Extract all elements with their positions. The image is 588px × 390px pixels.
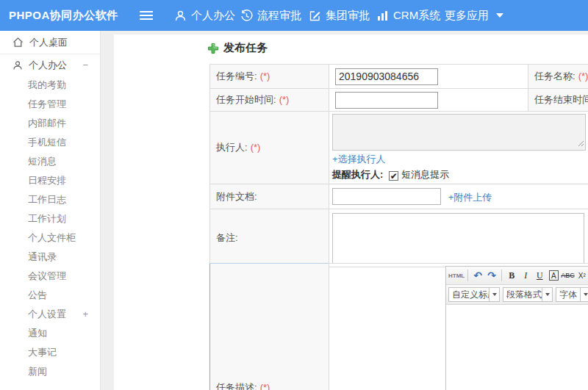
- end-time-label-cell: 任务结束时间:(*): [528, 89, 588, 112]
- nav-label: 更多应用: [445, 0, 489, 31]
- sidebar-item-major-events[interactable]: 大事记: [0, 343, 100, 362]
- required-mark: (*): [260, 71, 270, 82]
- nav-label: 个人办公: [191, 0, 235, 31]
- sidebar-item-contacts[interactable]: 通讯录: [0, 248, 100, 267]
- task-number-label-cell: 任务编号:(*): [210, 65, 329, 89]
- sidebar-toggle-button[interactable]: [140, 0, 153, 31]
- sidebar-menu: 我的考勤 任务管理 内部邮件 手机短信 短消息 日程安排 工作日志 工作计划 个…: [0, 76, 100, 381]
- sidebar-item-announcement[interactable]: 公告: [0, 286, 100, 305]
- top-navigation-bar: PHPOA协同办公软件 个人办公 流程审批 集团审批: [0, 0, 588, 31]
- html-source-button[interactable]: HTML: [448, 269, 465, 283]
- nav-group-approval[interactable]: 集团审批: [309, 0, 370, 31]
- attachment-upload-link[interactable]: +附件上传: [448, 192, 492, 203]
- main-content-panel: 发布任务 任务编号:(*) 任务名称:(*) 任务开始时间:(*): [114, 35, 588, 390]
- sidebar-item-attendance[interactable]: 我的考勤: [0, 76, 100, 95]
- undo-button[interactable]: ↶: [471, 269, 484, 283]
- resize-handle[interactable]: [578, 138, 584, 149]
- sidebar-item-work-plan[interactable]: 工作计划: [0, 209, 100, 228]
- required-mark: (*): [251, 142, 261, 153]
- edit-icon: [309, 10, 321, 22]
- nav-label: CRM系统: [393, 0, 440, 31]
- caret-down-icon: [496, 13, 503, 18]
- table-row: 附件文档: +附件上传: [210, 184, 588, 209]
- nav-label: 流程审批: [257, 0, 301, 31]
- task-number-input[interactable]: [335, 68, 438, 85]
- required-mark: (*): [279, 94, 290, 105]
- table-row: 备注:: [210, 209, 588, 267]
- font-family-select[interactable]: 字体: [556, 287, 588, 302]
- page-title: 发布任务: [207, 41, 268, 55]
- description-label-cell: 任务描述:(*): [210, 264, 329, 390]
- table-row: 任务开始时间:(*) 任务结束时间:(*): [210, 89, 588, 112]
- sms-remind-checkbox[interactable]: ✔: [389, 171, 398, 181]
- select-executor-link[interactable]: +选择执行人: [332, 154, 386, 165]
- user-icon: [174, 10, 187, 22]
- nav-workflow-approval[interactable]: 流程审批: [240, 0, 301, 31]
- editor-content-area[interactable]: [446, 305, 588, 390]
- editor-toolbar-row-2: 自定义标题 段落格式 字体 字号: [446, 285, 588, 305]
- underline-button[interactable]: U: [533, 269, 546, 283]
- sidebar: 个人桌面 个人办公 − 我的考勤 任务管理 内部邮件 手机短信 短消息 日程安排…: [0, 31, 101, 390]
- nav-more-apps[interactable]: 更多应用: [445, 0, 503, 31]
- redo-button[interactable]: ↷: [485, 269, 498, 283]
- caret-down-icon: [542, 288, 552, 301]
- start-time-input[interactable]: [335, 92, 438, 109]
- user-icon: [12, 60, 23, 71]
- rich-text-editor: HTML ↶ ↷ B I U A ABC X² X₂: [445, 266, 588, 390]
- sidebar-section-personal-office[interactable]: 个人办公 −: [0, 54, 100, 76]
- required-mark: (*): [578, 71, 588, 82]
- app-logo: PHPOA协同办公软件: [9, 0, 118, 31]
- hamburger-icon: [140, 9, 153, 22]
- strikethrough-button[interactable]: ABC: [561, 269, 575, 283]
- remark-textarea[interactable]: [332, 213, 584, 264]
- bar-chart-icon: [376, 10, 389, 22]
- executor-textarea[interactable]: [332, 114, 586, 151]
- caret-down-icon: [489, 288, 499, 301]
- sidebar-item-notice[interactable]: 通知: [0, 324, 100, 343]
- sidebar-item-schedule[interactable]: 日程安排: [0, 171, 100, 190]
- divider: [501, 270, 502, 281]
- editor-toolbar-row-1: HTML ↶ ↷ B I U A ABC X² X₂: [446, 267, 588, 285]
- nav-personal-office[interactable]: 个人办公: [174, 0, 235, 31]
- remind-executor-label: 提醒执行人:: [332, 169, 383, 180]
- collapse-indicator[interactable]: −: [82, 54, 88, 76]
- nav-label: 集团审批: [326, 0, 370, 31]
- bold-button[interactable]: B: [505, 269, 518, 283]
- sidebar-item-mobile-sms[interactable]: 手机短信: [0, 133, 100, 152]
- history-clock-icon: [240, 10, 253, 22]
- app-window: PHPOA协同办公软件 个人办公 流程审批 集团审批: [0, 0, 588, 390]
- required-mark: (*): [260, 382, 270, 390]
- attachment-input[interactable]: [332, 188, 441, 205]
- sidebar-item-work-log[interactable]: 工作日志: [0, 190, 100, 209]
- sidebar-item-label: 个人桌面: [29, 36, 68, 49]
- sidebar-item-news[interactable]: 新闻: [0, 362, 100, 381]
- task-name-label-cell: 任务名称:(*): [528, 65, 588, 89]
- divider: [467, 270, 468, 281]
- sidebar-item-short-message[interactable]: 短消息: [0, 152, 100, 171]
- start-time-label-cell: 任务开始时间:(*): [210, 89, 329, 112]
- table-row: 任务编号:(*) 任务名称:(*): [210, 65, 588, 89]
- sidebar-item-desktop[interactable]: 个人桌面: [0, 31, 100, 54]
- sidebar-item-file-cabinet[interactable]: 个人文件柜: [0, 228, 100, 248]
- caret-down-icon: [580, 288, 588, 301]
- task-form-table: 任务编号:(*) 任务名称:(*) 任务开始时间:(*) 任务结束时间: [209, 64, 588, 267]
- nav-crm-system[interactable]: CRM系统: [376, 0, 440, 31]
- font-style-box-button[interactable]: A: [549, 270, 559, 281]
- remark-label-cell: 备注:: [210, 209, 329, 267]
- custom-heading-select[interactable]: 自定义标题: [448, 287, 500, 302]
- sidebar-item-internal-mail[interactable]: 内部邮件: [0, 114, 100, 133]
- italic-button[interactable]: I: [519, 269, 532, 283]
- superscript-button[interactable]: X²: [576, 269, 588, 283]
- sidebar-item-meeting[interactable]: 会议管理: [0, 267, 100, 286]
- sidebar-item-task-management[interactable]: 任务管理: [0, 95, 100, 114]
- executor-label-cell: 执行人:(*): [210, 112, 329, 184]
- attachment-label-cell: 附件文档:: [210, 184, 329, 209]
- table-row: 执行人:(*) +选择执行人 提醒执行人:✔短消息提示: [210, 112, 588, 184]
- add-plus-icon: [207, 43, 219, 54]
- home-icon: [12, 37, 24, 48]
- sidebar-item-personal-settings[interactable]: 个人设置+: [0, 305, 100, 324]
- sms-remind-label: 短消息提示: [401, 169, 449, 180]
- sidebar-section-label: 个人办公: [29, 59, 67, 72]
- expand-indicator[interactable]: +: [82, 305, 88, 324]
- paragraph-format-select[interactable]: 段落格式: [503, 287, 553, 302]
